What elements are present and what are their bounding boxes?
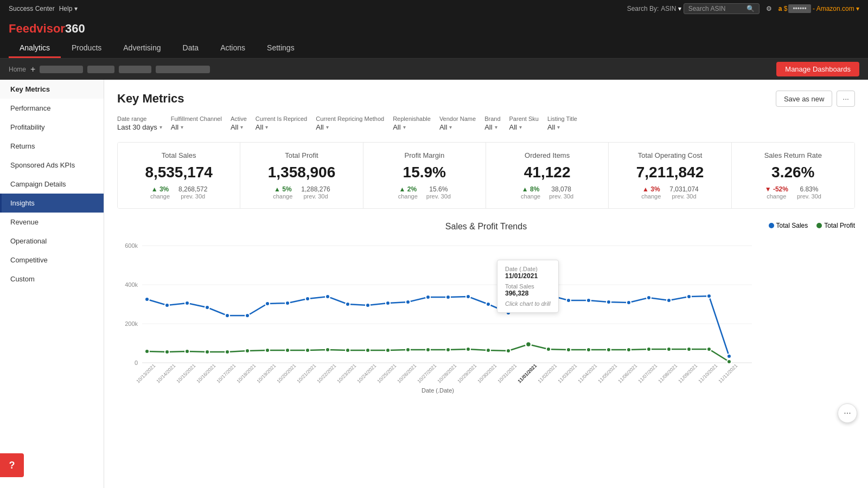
sales-dot [145, 297, 149, 301]
filter-active: Active All▾ [231, 115, 247, 131]
profit-dot [265, 348, 270, 352]
sales-dot [687, 294, 691, 299]
sidebar-item-sponsored-ads[interactable]: Sponsored Ads KPIs [0, 156, 104, 175]
filter-repriced: Current Is Repriced All▾ [256, 115, 307, 131]
sidebar-item-returns[interactable]: Returns [0, 137, 104, 156]
filter-brand: Brand All▾ [484, 115, 500, 131]
sales-dot [285, 301, 290, 305]
svg-text:10/21/2021: 10/21/2021 [296, 363, 317, 384]
filter-fulfillment-select[interactable]: All▾ [171, 123, 222, 131]
sales-dot [627, 300, 631, 305]
help-fab[interactable]: ? [0, 453, 24, 477]
metric-total-sales-label: Total Sales [124, 151, 233, 159]
breadcrumb-blurred-4 [156, 66, 210, 73]
sidebar-item-competitive[interactable]: Competitive [0, 251, 104, 269]
search-by-label: Search By: [627, 5, 659, 12]
more-options-btn[interactable]: ··· [837, 91, 855, 107]
svg-text:10/31/2021: 10/31/2021 [496, 363, 518, 384]
filter-replenishable-select[interactable]: All▾ [393, 123, 431, 131]
breadcrumb-add-btn[interactable]: + [30, 65, 35, 74]
svg-text:10/13/2021: 10/13/2021 [135, 363, 156, 384]
profit-line [147, 344, 729, 362]
chart-options-fab[interactable]: ··· [838, 403, 857, 423]
profit-dot [145, 349, 149, 354]
nav-tab-actions[interactable]: Actions [209, 39, 256, 58]
svg-text:11/03/2021: 11/03/2021 [557, 363, 578, 384]
amazon-account[interactable]: a $•••••• - Amazon.com ▾ [778, 5, 859, 12]
profit-dot [346, 348, 350, 352]
sales-dot [586, 298, 591, 303]
filter-parent-sku-select[interactable]: All▾ [509, 123, 539, 131]
nav-tab-data[interactable]: Data [172, 39, 210, 58]
help-btn[interactable]: Help ▾ [59, 5, 78, 12]
profit-dot [506, 349, 510, 353]
filter-listing-title-select[interactable]: All▾ [547, 123, 577, 131]
tooltip-drill: Click chart to drill [505, 300, 551, 307]
breadcrumb-blurred-3 [119, 66, 151, 73]
sales-dot [707, 294, 711, 298]
filter-repriced-select[interactable]: All▾ [256, 123, 307, 131]
profit-dot [546, 347, 551, 351]
sales-dot [326, 294, 330, 299]
breadcrumb-home[interactable]: Home [9, 66, 26, 73]
logo-feedvisor: Feedvisor [9, 22, 65, 35]
main-content: Key Metrics Save as new ··· Date range L… [104, 80, 868, 488]
sidebar-item-profitability[interactable]: Profitability [0, 118, 104, 137]
settings-icon[interactable]: ⚙ [766, 5, 772, 12]
sidebar-item-operational[interactable]: Operational [0, 232, 104, 251]
nav-tab-products[interactable]: Products [61, 39, 112, 58]
filters-row: Date range Last 30 days▾ Fulfillment Cha… [117, 115, 855, 131]
sales-dot [426, 295, 430, 299]
save-as-new-btn[interactable]: Save as new [776, 91, 832, 107]
profit-dot [185, 349, 189, 354]
svg-text:11/08/2021: 11/08/2021 [657, 363, 678, 384]
sidebar-item-campaign-details[interactable]: Campaign Details [0, 175, 104, 194]
svg-text:10/20/2021: 10/20/2021 [276, 363, 297, 384]
svg-text:10/30/2021: 10/30/2021 [476, 363, 497, 384]
nav-tab-settings[interactable]: Settings [256, 39, 305, 58]
search-type-selector[interactable]: ASIN ▾ [661, 5, 681, 12]
success-center-link[interactable]: Success Center [9, 5, 55, 12]
svg-text:10/15/2021: 10/15/2021 [175, 363, 196, 384]
sales-dot [386, 301, 390, 305]
metric-total-sales-prev: 8,268,572 [178, 185, 207, 193]
filter-active-select[interactable]: All▾ [231, 123, 247, 131]
profit-dot [165, 350, 169, 354]
svg-text:11/10/2021: 11/10/2021 [697, 363, 718, 384]
sidebar-item-insights[interactable]: Insights [0, 194, 104, 213]
filter-vendor-select[interactable]: All▾ [439, 123, 476, 131]
search-input-area[interactable]: Search ASIN 🔍 [684, 3, 760, 14]
filter-repricing-method-select[interactable]: All▾ [316, 123, 384, 131]
chart-section: Sales & Profit Trends Total Sales Total … [117, 222, 855, 390]
svg-text:11/02/2021: 11/02/2021 [537, 363, 558, 384]
profit-dot [426, 348, 430, 352]
tooltip-sales-label: Total Sales [505, 283, 551, 290]
svg-text:10/17/2021: 10/17/2021 [215, 363, 237, 384]
profit-dot [627, 348, 631, 352]
nav-tab-advertising[interactable]: Advertising [112, 39, 171, 58]
filter-parent-sku: Parent Sku All▾ [509, 115, 539, 131]
metric-total-profit: Total Profit 1,358,906 5% change 1,288,2… [240, 143, 363, 208]
sidebar-item-custom[interactable]: Custom [0, 269, 104, 288]
nav-tab-analytics[interactable]: Analytics [9, 39, 61, 58]
svg-text:10/18/2021: 10/18/2021 [235, 363, 257, 384]
metric-operating-cost-pct: 3% [642, 185, 660, 193]
metric-total-sales-pct: 3% [151, 185, 169, 193]
profit-dot [566, 348, 571, 352]
sidebar-item-key-metrics[interactable]: Key Metrics [0, 80, 104, 99]
sales-dot [486, 302, 490, 306]
filter-brand-select[interactable]: All▾ [484, 123, 500, 131]
profit-dot [687, 347, 691, 351]
sales-dot [225, 313, 229, 318]
chart-title: Sales & Profit Trends [117, 222, 855, 232]
sidebar-item-revenue[interactable]: Revenue [0, 213, 104, 232]
sidebar-item-performance[interactable]: Performance [0, 99, 104, 118]
sales-dot [245, 313, 250, 318]
metrics-grid: Total Sales 8,535,174 3% change 8,268,57… [117, 142, 855, 209]
page-actions: Save as new ··· [776, 91, 855, 107]
search-icon[interactable]: 🔍 [746, 5, 755, 12]
chart-svg[interactable]: 600k 400k 200k 0 [117, 238, 757, 390]
filter-date-range-select[interactable]: Last 30 days▾ [117, 123, 162, 131]
chart-container[interactable]: Date (.Date) 11/01/2021 Total Sales 396,… [117, 238, 855, 390]
manage-dashboards-btn[interactable]: Manage Dashboards [776, 62, 859, 76]
